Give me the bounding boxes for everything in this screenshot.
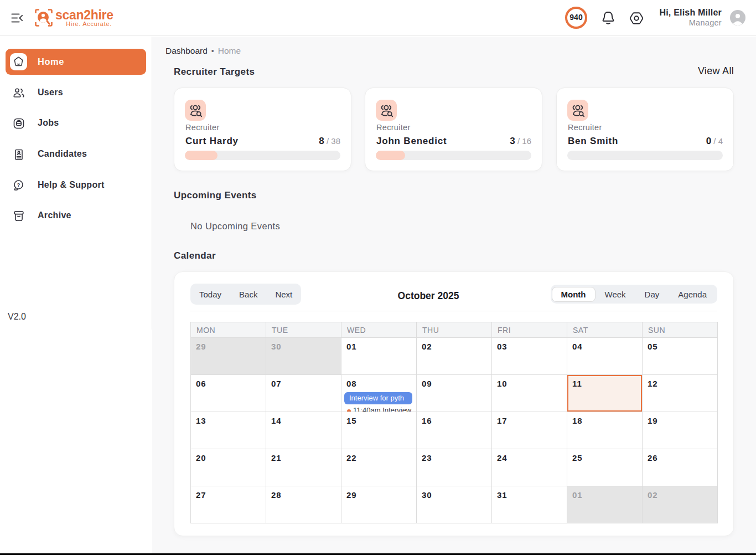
svg-text:?: ? (17, 182, 20, 188)
